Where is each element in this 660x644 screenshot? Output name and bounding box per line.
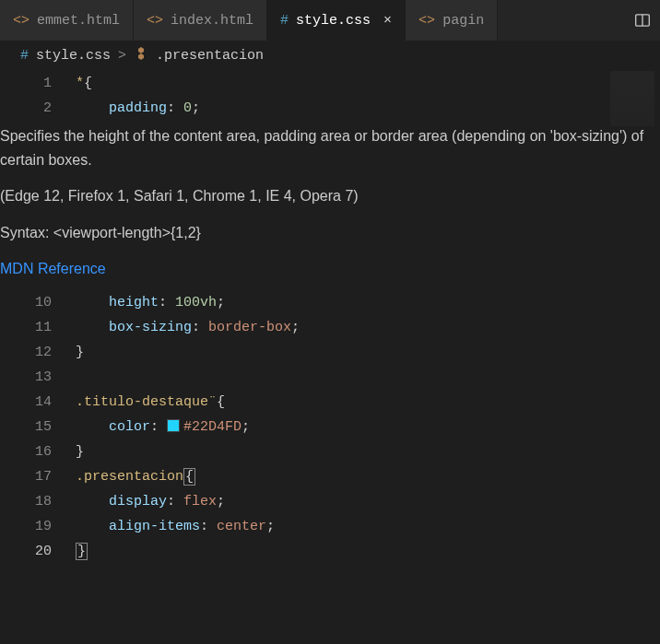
code-property: height (109, 295, 159, 310)
code-value: #22D4FD (183, 419, 242, 435)
code-brace: } (76, 444, 84, 460)
code-selector: .presentacion (76, 469, 183, 485)
code-colon: : (192, 320, 200, 335)
html-icon: <> (147, 13, 163, 29)
css-icon: # (280, 13, 289, 29)
tab-label: pagin (442, 13, 484, 29)
split-editor-icon[interactable] (625, 0, 660, 41)
code-semi: ; (242, 419, 250, 435)
code-property: align-items (109, 519, 200, 534)
code-brace: { (84, 76, 92, 91)
code-semi: ; (266, 519, 275, 534)
tab-label: emmet.html (37, 13, 120, 29)
code-property: color (109, 419, 150, 435)
line-number: 16 (0, 439, 76, 464)
editor-tabs: <> emmet.html <> index.html # style.css … (0, 0, 660, 41)
code-selector: .titulo-destaque¨ (76, 394, 217, 410)
close-icon[interactable]: × (383, 13, 392, 29)
breadcrumb-file: style.css (36, 48, 111, 64)
breadcrumb-symbol: .presentacion (156, 48, 264, 64)
code-colon: : (159, 295, 167, 310)
line-number: 10 (0, 290, 76, 315)
breadcrumb[interactable]: # style.css > .presentacion (0, 41, 660, 71)
code-semi: ; (192, 100, 200, 116)
line-number: 17 (0, 464, 76, 489)
symbol-icon (134, 46, 148, 65)
mdn-reference-link[interactable]: MDN Reference (0, 261, 106, 276)
code-property: display (109, 494, 167, 509)
minimap[interactable] (610, 71, 654, 126)
html-icon: <> (13, 13, 29, 29)
line-number: 1 (0, 71, 76, 96)
tab-style-css[interactable]: # style.css × (267, 0, 406, 41)
tab-emmet-html[interactable]: <> emmet.html (0, 0, 134, 41)
code-value: 0 (175, 100, 192, 116)
html-icon: <> (418, 13, 435, 29)
hover-browsers: (Edge 12, Firefox 1, Safari 1, Chrome 1,… (0, 184, 660, 208)
line-number: 2 (0, 96, 76, 121)
code-colon: : (167, 100, 175, 116)
tab-label: index.html (171, 13, 253, 29)
code-property: padding (109, 100, 167, 116)
hover-tooltip: Specifies the height of the content area… (0, 121, 660, 290)
code-brace: } (76, 543, 88, 560)
code-semi: ; (217, 494, 225, 509)
color-swatch-icon[interactable] (167, 419, 180, 432)
code-value: center (208, 519, 266, 534)
code-value: flex (175, 494, 217, 509)
line-number: 14 (0, 390, 76, 415)
code-value: border-box (200, 320, 291, 335)
hover-syntax: Syntax: <viewport-length>{1,2} (0, 221, 660, 245)
code-value: 100vh (167, 295, 217, 310)
tab-index-html[interactable]: <> index.html (134, 0, 267, 41)
code-property: box-sizing (109, 320, 192, 335)
code-colon: : (200, 519, 208, 534)
chevron-right-icon: > (118, 48, 126, 64)
code-colon: : (167, 494, 175, 509)
code-semi: ; (217, 295, 225, 310)
line-number: 19 (0, 514, 76, 539)
line-number: 13 (0, 365, 76, 390)
code-semi: ; (291, 320, 300, 335)
hover-description: Specifies the height of the content area… (0, 124, 660, 171)
code-editor[interactable]: 1 *{ 2 padding: 0; Specifies the height … (0, 71, 660, 564)
code-selector: * (76, 76, 84, 91)
line-number: 11 (0, 315, 76, 340)
css-icon: # (20, 48, 29, 64)
line-number: 20 (0, 539, 76, 564)
line-number: 15 (0, 415, 76, 439)
line-number: 12 (0, 340, 76, 365)
code-colon: : (150, 419, 159, 435)
line-number: 18 (0, 489, 76, 514)
code-brace: { (183, 468, 195, 486)
code-brace: } (76, 345, 84, 360)
tab-pagin[interactable]: <> pagin (406, 0, 498, 41)
tab-label: style.css (296, 13, 371, 29)
code-brace: { (217, 394, 225, 410)
